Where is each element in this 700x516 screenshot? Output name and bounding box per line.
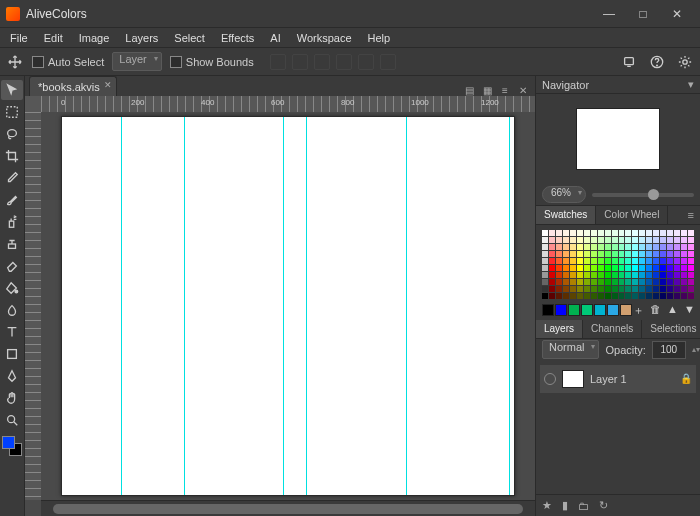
notifications-icon[interactable] — [620, 53, 638, 71]
swatch-cell[interactable] — [598, 272, 604, 278]
swatch-cell[interactable] — [667, 237, 673, 243]
swatch-cell[interactable] — [577, 244, 583, 250]
swatch-cell[interactable] — [632, 279, 638, 285]
tool-shape[interactable] — [1, 344, 23, 364]
swatch-cell[interactable] — [639, 293, 645, 299]
navigator-panel-header[interactable]: Navigator ▾ — [536, 76, 700, 94]
tool-crop[interactable] — [1, 146, 23, 166]
swatch-cell[interactable] — [625, 265, 631, 271]
swatch-cell[interactable] — [646, 286, 652, 292]
swatch-cell[interactable] — [625, 251, 631, 257]
swatch-cell[interactable] — [632, 230, 638, 236]
swatch-cell[interactable] — [598, 279, 604, 285]
menu-ai[interactable]: AI — [262, 30, 288, 46]
swatch-cell[interactable] — [598, 293, 604, 299]
swatch-chip[interactable] — [568, 304, 580, 316]
tab-list-icon[interactable]: ▤ — [463, 84, 475, 96]
swatch-cell[interactable] — [632, 237, 638, 243]
swatch-cell[interactable] — [584, 272, 590, 278]
swatch-cell[interactable] — [688, 265, 694, 271]
menu-image[interactable]: Image — [71, 30, 118, 46]
swatch-cell[interactable] — [619, 272, 625, 278]
menu-edit[interactable]: Edit — [36, 30, 71, 46]
swatch-cell[interactable] — [570, 272, 576, 278]
swatch-cell[interactable] — [577, 272, 583, 278]
guide-line[interactable] — [283, 117, 284, 495]
swatch-cell[interactable] — [563, 272, 569, 278]
swatch-cell[interactable] — [619, 265, 625, 271]
swatch-cell[interactable] — [591, 272, 597, 278]
swatch-cell[interactable] — [612, 251, 618, 257]
swatch-cell[interactable] — [632, 265, 638, 271]
swatch-cell[interactable] — [605, 237, 611, 243]
swatch-cell[interactable] — [646, 272, 652, 278]
swatch-cell[interactable] — [563, 237, 569, 243]
foreground-color-swatch[interactable] — [2, 436, 15, 449]
swatch-chip[interactable] — [594, 304, 606, 316]
swatch-cell[interactable] — [646, 293, 652, 299]
tool-brush[interactable] — [1, 190, 23, 210]
history-icon[interactable]: ↻ — [599, 499, 608, 512]
swatch-cell[interactable] — [570, 279, 576, 285]
swatch-cell[interactable] — [577, 265, 583, 271]
tool-move[interactable] — [1, 80, 23, 100]
swatch-cell[interactable] — [542, 258, 548, 264]
layer-lock-icon[interactable]: 🔒 — [680, 373, 692, 384]
swatch-down-icon[interactable]: ▼ — [684, 303, 695, 318]
swatch-cell[interactable] — [556, 272, 562, 278]
swatch-cell[interactable] — [549, 272, 555, 278]
swatch-cell[interactable] — [667, 279, 673, 285]
swatch-cell[interactable] — [591, 251, 597, 257]
swatch-cell[interactable] — [632, 286, 638, 292]
tool-hand[interactable] — [1, 388, 23, 408]
swatch-cell[interactable] — [598, 258, 604, 264]
swatch-cell[interactable] — [667, 272, 673, 278]
document-tab[interactable]: *books.akvis ✕ — [29, 76, 117, 96]
swatch-cell[interactable] — [598, 286, 604, 292]
swatch-cell[interactable] — [681, 279, 687, 285]
ruler-vertical[interactable] — [25, 112, 41, 500]
swatch-cell[interactable] — [542, 286, 548, 292]
swatch-cell[interactable] — [577, 286, 583, 292]
swatch-cell[interactable] — [639, 244, 645, 250]
swatch-cell[interactable] — [549, 279, 555, 285]
swatch-cell[interactable] — [612, 258, 618, 264]
swatch-cell[interactable] — [646, 258, 652, 264]
swatch-cell[interactable] — [681, 286, 687, 292]
swatch-cell[interactable] — [556, 258, 562, 264]
swatch-cell[interactable] — [667, 230, 673, 236]
swatch-cell[interactable] — [660, 258, 666, 264]
zoom-value[interactable]: 66% — [542, 186, 586, 203]
swatch-cell[interactable] — [646, 237, 652, 243]
swatch-cell[interactable] — [653, 293, 659, 299]
zoom-slider[interactable] — [592, 193, 694, 197]
menu-help[interactable]: Help — [360, 30, 399, 46]
swatch-cell[interactable] — [681, 237, 687, 243]
scrollbar-horizontal[interactable] — [41, 500, 535, 516]
swatch-cell[interactable] — [563, 230, 569, 236]
swatch-cell[interactable] — [549, 293, 555, 299]
swatch-cell[interactable] — [639, 251, 645, 257]
swatch-cell[interactable] — [570, 293, 576, 299]
swatch-cell[interactable] — [688, 272, 694, 278]
swatch-cell[interactable] — [653, 272, 659, 278]
tool-clone[interactable] — [1, 234, 23, 254]
swatch-cell[interactable] — [688, 279, 694, 285]
swatch-cell[interactable] — [653, 251, 659, 257]
swatch-cell[interactable] — [688, 251, 694, 257]
swatch-cell[interactable] — [570, 265, 576, 271]
tab-swatches[interactable]: Swatches — [536, 206, 596, 224]
swatch-cell[interactable] — [646, 279, 652, 285]
swatch-cell[interactable] — [556, 279, 562, 285]
tag-icon[interactable]: ▮ — [562, 499, 568, 512]
swatch-cell[interactable] — [619, 237, 625, 243]
swatch-cell[interactable] — [653, 258, 659, 264]
close-tab-icon[interactable]: ✕ — [104, 80, 112, 90]
swatch-cell[interactable] — [605, 244, 611, 250]
swatch-cell[interactable] — [619, 286, 625, 292]
swatch-cell[interactable] — [549, 237, 555, 243]
swatch-cell[interactable] — [674, 265, 680, 271]
swatch-cell[interactable] — [660, 244, 666, 250]
zoom-slider-knob[interactable] — [648, 189, 659, 200]
ruler-origin[interactable] — [25, 96, 41, 112]
